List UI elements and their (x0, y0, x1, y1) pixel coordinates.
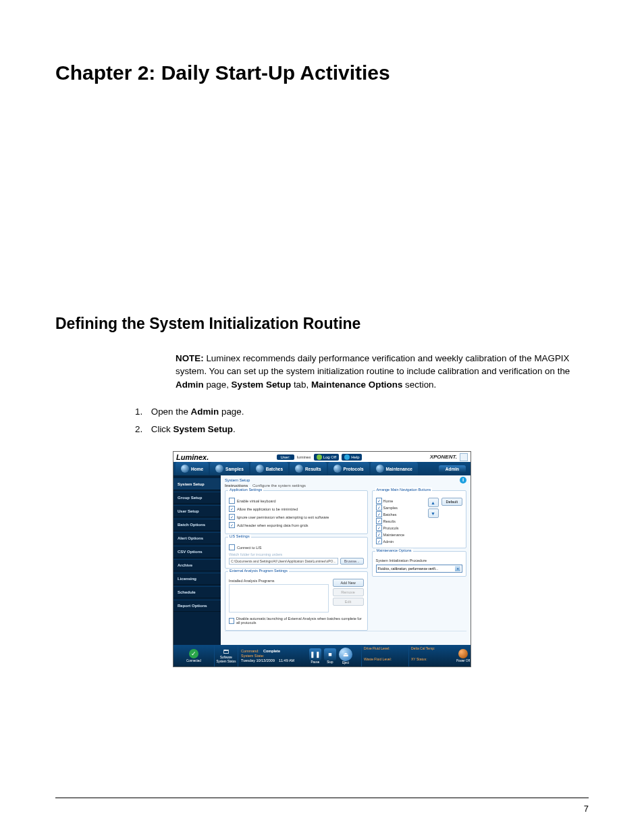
arrange-nav-fieldset: Arrange Main Navigation Buttons ✓Home ✓S… (372, 490, 466, 548)
app-body: System Setup Group Setup User Setup Batc… (173, 475, 471, 645)
navopt-batches[interactable]: ✓Batches (376, 511, 425, 517)
lis-path-input[interactable]: C:\Documents and Settings\All Users\Appl… (229, 558, 338, 565)
navopt-maintenance[interactable]: ✓Maintenance (376, 531, 425, 538)
pause-button[interactable]: ❚❚ (309, 648, 321, 660)
sidebar-item-archive[interactable]: Archive (173, 559, 221, 571)
default-button[interactable]: Default (441, 498, 462, 506)
installed-programs-label: Installed Analysis Programs (229, 579, 329, 583)
titlebar-center: User: luminex Log Off Help (277, 454, 363, 461)
maintenance-icon (376, 465, 384, 473)
nav-home[interactable]: Home (176, 462, 209, 475)
sidebar-item-licensing[interactable]: Licensing (173, 573, 221, 585)
nav-batches[interactable]: Batches (250, 462, 288, 475)
navopt-admin-label: Admin (383, 540, 394, 544)
nav-samples[interactable]: Samples (210, 462, 249, 475)
note-mid-1: page, (204, 380, 232, 390)
content-footer (225, 631, 466, 642)
help-button[interactable]: Help (342, 454, 362, 461)
browse-button[interactable]: Browse... (340, 558, 364, 565)
eject-button[interactable]: ⏏ (339, 648, 352, 661)
edit-button[interactable]: Edit (333, 598, 364, 606)
step-list: Open the Admin page. Click System Setup. (135, 403, 589, 438)
stop-label: Stop (327, 660, 333, 664)
logoff-button[interactable]: Log Off (314, 454, 340, 461)
checkbox-icon: ✓ (376, 518, 382, 524)
sidebar-item-schedule[interactable]: Schedule (173, 586, 221, 598)
checkbox-icon: ✓ (229, 506, 235, 512)
sidebar-item-batch-options[interactable]: Batch Options (173, 519, 221, 531)
note-bold-admin: Admin (176, 380, 204, 390)
step-2: Click System Setup. (135, 421, 589, 438)
move-up-button[interactable]: ▲ (428, 498, 439, 507)
navopt-protocols[interactable]: ✓Protocols (376, 525, 425, 531)
chapter-title: Chapter 2: Daily Start-Up Activities (55, 61, 589, 85)
content-panel: i System Setup Instructions Configure th… (221, 475, 471, 645)
checkbox-icon: ✓ (376, 511, 382, 517)
main-nav: Home Samples Batches Results Protocols M… (173, 462, 471, 475)
sidebar-item-group-setup[interactable]: Group Setup (173, 492, 221, 504)
status-software: 🗔 Software System Status (215, 645, 238, 667)
nav-results[interactable]: Results (290, 462, 326, 475)
power-button[interactable] (458, 649, 468, 658)
chk-ignore-permission[interactable]: ✓Ignore user permission when attempting … (229, 514, 364, 520)
info-icon[interactable]: i (460, 477, 466, 484)
nav-protocols[interactable]: Protocols (328, 462, 369, 475)
user-label: User: (277, 454, 294, 460)
checkbox-icon: ✓ (376, 525, 382, 531)
chk-virtual-keyboard[interactable]: Enable virtual keyboard (229, 498, 364, 504)
nav-samples-label: Samples (225, 467, 244, 471)
nav-maintenance-label: Maintenance (386, 467, 412, 471)
sidebar-item-alert-options[interactable]: Alert Options (173, 532, 221, 544)
maintenance-options-legend: Maintenance Options (375, 548, 413, 552)
step-1-a: Open the (151, 407, 191, 417)
nav-maintenance[interactable]: Maintenance (371, 462, 418, 475)
maintenance-init-select[interactable]: Fluidics, calibration, performance verif… (376, 565, 462, 573)
chk-add-header[interactable]: ✓Add header when exporting data from gri… (229, 522, 364, 528)
status-left: ✓ Connected (173, 645, 215, 667)
lis-settings-fieldset: LIS Settings Connect to LIS Watch folder… (225, 537, 368, 569)
nav-admin[interactable]: Admin (439, 465, 466, 473)
checkbox-icon (229, 498, 235, 504)
sidebar-item-report-options[interactable]: Report Options (173, 600, 221, 612)
power-section: Power Off (456, 645, 471, 667)
checkbox-icon: ✓ (376, 531, 382, 538)
add-new-button[interactable]: Add New (333, 579, 364, 587)
connected-icon: ✓ (189, 649, 198, 658)
sidebar-item-csv-options[interactable]: CSV Options (173, 546, 221, 558)
stop-button[interactable]: ■ (324, 648, 336, 660)
chk-connect-lis[interactable]: Connect to LIS (229, 544, 364, 550)
external-analysis-legend: External Analysis Program Settings (228, 569, 289, 573)
step-2-c: . (233, 424, 236, 434)
chk-add-header-label: Add header when exporting data from grid… (237, 523, 308, 527)
status-middle: Command: Complete System State: Tuesday … (238, 645, 300, 667)
nav-protocols-label: Protocols (344, 467, 364, 471)
checkbox-icon (229, 618, 234, 624)
status-time: 11:49 AM (279, 658, 294, 662)
navopt-home[interactable]: ✓Home (376, 498, 425, 504)
sidebar-item-user-setup[interactable]: User Setup (173, 505, 221, 517)
chk-allow-minimize[interactable]: ✓Allow the application to be minimized (229, 506, 364, 512)
window-icon: 🗔 (223, 649, 229, 655)
nav-batches-label: Batches (266, 467, 283, 471)
navopt-results[interactable]: ✓Results (376, 518, 425, 524)
page-footer: 7 (55, 798, 589, 814)
help-label: Help (351, 455, 359, 459)
navopt-samples[interactable]: ✓Samples (376, 504, 425, 511)
window-control-icon[interactable] (460, 453, 468, 461)
navopt-batches-label: Batches (383, 513, 397, 517)
checkbox-icon (229, 544, 235, 550)
lis-settings-legend: LIS Settings (228, 534, 251, 538)
navopt-admin[interactable]: ✓Admin (376, 538, 425, 544)
step-2-bold: System Setup (173, 424, 233, 434)
sidebar-item-system-setup[interactable]: System Setup (173, 478, 221, 490)
waste-fluid-label: Waste Fluid Level: (361, 656, 408, 667)
batches-icon (256, 465, 264, 473)
chk-disable-auto-launch[interactable]: Disable automatic launching of External … (229, 617, 364, 625)
note-block: NOTE: Luminex recommends daily performan… (176, 352, 589, 391)
xy-status-label: XY Status: (408, 656, 456, 667)
maintenance-init-value: Fluidics, calibration, performance verif… (378, 567, 438, 571)
installed-programs-list[interactable] (229, 584, 329, 613)
remove-button[interactable]: Remove (333, 588, 364, 596)
connected-label: Connected (186, 659, 201, 662)
move-down-button[interactable]: ▼ (428, 509, 439, 518)
